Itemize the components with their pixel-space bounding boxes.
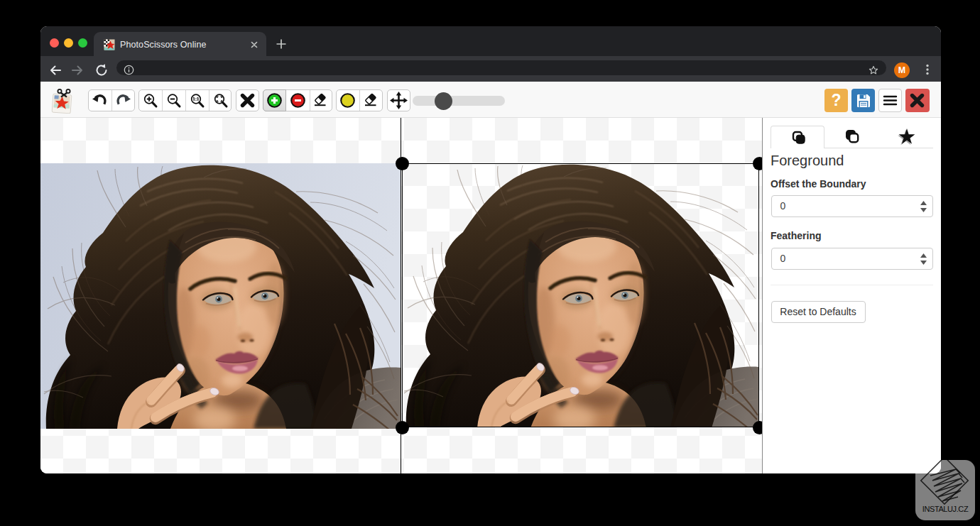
svg-text:INSTALUJ.CZ: INSTALUJ.CZ [922,505,969,513]
